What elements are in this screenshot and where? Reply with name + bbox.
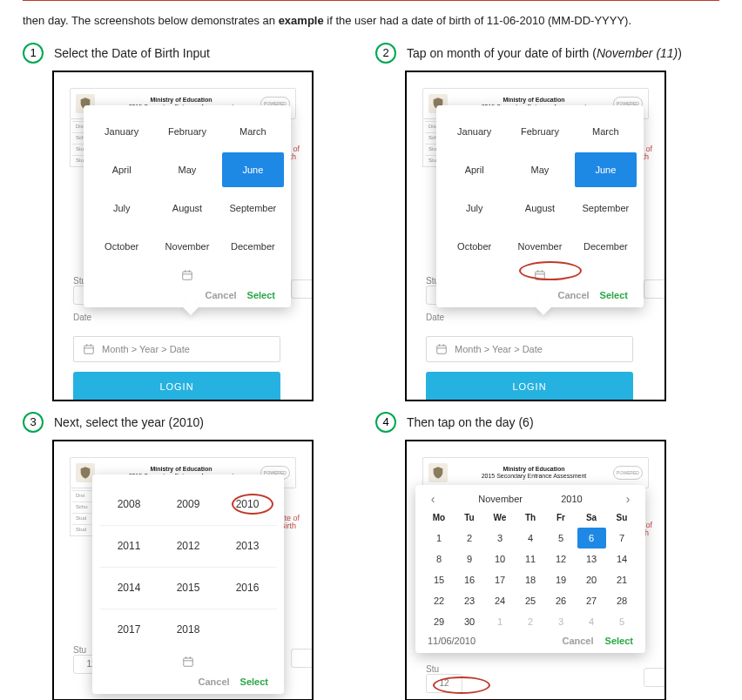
svg-rect-12 [536,271,545,279]
select-button[interactable]: Select [240,676,268,687]
select-button[interactable]: Select [247,290,275,300]
step-1-title: Select the Date of Birth Input [54,46,210,60]
month-option-march[interactable]: March [575,114,637,149]
day-cell[interactable]: 14 [608,549,637,569]
svg-rect-4 [183,271,192,279]
day-cell[interactable]: 29 [425,611,454,632]
day-cell[interactable]: 18 [516,569,545,590]
day-cell[interactable]: 25 [516,590,545,611]
day-cell[interactable]: 3 [486,528,515,549]
year-option-2008[interactable]: 2008 [99,483,159,525]
calendar-month-label[interactable]: November [478,494,523,504]
next-month-button[interactable]: › [621,492,635,506]
day-cell[interactable]: 15 [425,569,454,590]
step-number-badge: 3 [23,412,44,433]
calendar-year-label[interactable]: 2010 [561,494,582,504]
month-option-january[interactable]: January [443,114,505,149]
month-option-may[interactable]: May [156,152,218,187]
day-cell[interactable]: 10 [486,549,515,569]
day-cell[interactable]: 7 [608,528,637,549]
calendar-icon [182,656,194,668]
year-option-2015[interactable]: 2015 [159,567,218,609]
day-cell[interactable]: 30 [455,611,484,632]
day-cell[interactable]: 19 [547,569,576,590]
prev-month-button[interactable]: ‹ [426,492,440,506]
day-cell[interactable]: 24 [486,590,515,611]
day-cell[interactable]: 16 [455,569,484,590]
month-option-october[interactable]: October [91,229,152,264]
month-option-may[interactable]: May [509,152,570,187]
year-option-2016[interactable]: 2016 [218,567,277,609]
year-option-2009[interactable]: 2009 [159,483,218,525]
year-option-2014[interactable]: 2014 [99,567,159,609]
month-option-december[interactable]: December [222,229,284,264]
month-option-october[interactable]: October [443,229,505,264]
day-cell[interactable]: 2 [455,528,484,549]
day-cell[interactable]: 11 [516,549,545,569]
cancel-button[interactable]: Cancel [562,636,593,646]
select-button[interactable]: Select [600,290,628,300]
dob-input[interactable]: Month > Year > Date [426,336,633,362]
month-option-march[interactable]: March [222,114,284,149]
year-option-2013[interactable]: 2013 [218,525,277,567]
day-cell[interactable]: 9 [455,549,484,569]
intro-bold: example [279,14,324,27]
dob-placeholder: Month > Year > Date [102,344,190,354]
month-option-november[interactable]: November [509,229,570,264]
month-option-february[interactable]: February [156,114,218,149]
year-option-2010[interactable]: 2010 [218,483,277,525]
cancel-button[interactable]: Cancel [558,290,590,300]
day-cell[interactable]: 27 [577,590,606,611]
month-option-july[interactable]: July [91,191,152,225]
svg-rect-16 [184,657,193,665]
day-cell[interactable]: 13 [577,549,606,569]
step-4-screenshot: Ministry of Education2015 Secondary Entr… [405,440,666,700]
day-cell[interactable]: 28 [608,590,637,611]
month-option-september[interactable]: September [575,191,637,225]
day-cell[interactable]: 8 [425,549,454,569]
step-3: 3 Next, select the year (2010) Ministry … [23,410,367,700]
month-option-june[interactable]: June [222,152,284,187]
month-option-november[interactable]: November [156,229,218,264]
step-1: 1 Select the Date of Birth Input Ministr… [23,41,367,401]
day-cell[interactable]: 22 [425,590,454,611]
step-number-badge: 1 [23,43,44,64]
year-option-2012[interactable]: 2012 [159,525,218,567]
month-option-july[interactable]: July [443,191,505,225]
day-cell[interactable]: 17 [486,569,515,590]
day-cell[interactable]: 20 [577,569,606,590]
weekday-header: Mo [425,509,454,528]
calendar-icon [534,269,546,281]
day-cell[interactable]: 26 [547,590,576,611]
intro-text: then day. The screenshots below demonstr… [23,13,719,29]
day-cell[interactable]: 4 [516,528,545,549]
calendar-icon [181,269,193,281]
month-option-june[interactable]: June [575,152,637,187]
month-option-april[interactable]: April [443,152,505,187]
select-button[interactable]: Select [605,636,633,646]
month-option-april[interactable]: April [91,152,152,187]
month-option-august[interactable]: August [509,191,570,225]
month-option-january[interactable]: January [91,114,152,149]
day-cell[interactable]: 12 [547,549,576,569]
svg-rect-8 [437,345,447,353]
day-cell[interactable]: 23 [455,590,484,611]
month-option-august[interactable]: August [156,191,218,225]
month-option-december[interactable]: December [575,229,637,264]
year-option-2011[interactable]: 2011 [99,525,159,567]
day-cell[interactable]: 6 [577,528,606,549]
year-option-2018[interactable]: 2018 [159,609,218,650]
month-option-september[interactable]: September [222,191,284,225]
calendar-icon [83,343,95,355]
cancel-button[interactable]: Cancel [206,290,237,300]
day-cell[interactable]: 1 [425,528,454,549]
login-button[interactable]: LOGIN [73,372,280,401]
day-cell[interactable]: 5 [547,528,576,549]
month-option-february[interactable]: February [509,114,570,149]
cancel-button[interactable]: Cancel [199,676,230,687]
day-cell[interactable]: 21 [608,569,637,590]
login-button[interactable]: LOGIN [426,372,633,401]
dob-input[interactable]: Month > Year > Date [73,336,280,362]
weekday-header: Sa [577,509,606,528]
year-option-2017[interactable]: 2017 [99,609,159,650]
